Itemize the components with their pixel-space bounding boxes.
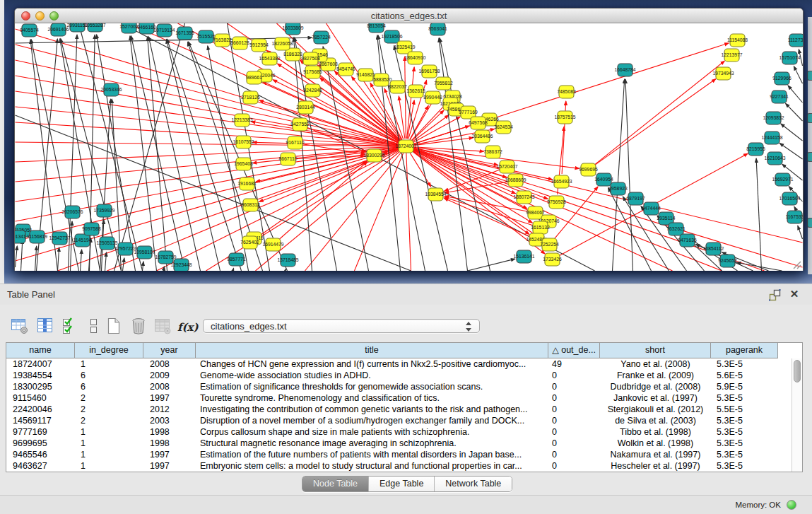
graph-edge[interactable] [58, 247, 59, 271]
graph-node[interactable]: 7632621 [666, 223, 686, 235]
tab-node-table[interactable]: Node Table [302, 477, 369, 491]
table-row[interactable]: 2242004622012Investigating the contribut… [6, 404, 802, 415]
graph-node[interactable]: 9227341 [770, 90, 789, 103]
graph-node[interactable]: 8471636 [678, 234, 697, 247]
graph-edge[interactable] [613, 79, 625, 271]
graph-node[interactable]: 9608312 [241, 199, 260, 211]
graph-node[interactable]: 10688609 [505, 174, 526, 187]
graph-node[interactable]: 17359929 [93, 204, 114, 217]
table-row[interactable]: 1456911722003Disruption of a novel membe… [6, 415, 802, 426]
graph-edge[interactable] [399, 96, 405, 139]
graph-edge[interactable] [798, 226, 803, 239]
graph-node[interactable]: 19734943 [712, 67, 734, 80]
graph-node[interactable]: 9474444 [642, 202, 661, 215]
graph-edge[interactable] [286, 269, 286, 271]
graph-node[interactable]: 13718485 [277, 254, 298, 267]
graph-node[interactable]: 8958923 [608, 182, 628, 195]
float-panel-icon[interactable] [768, 288, 781, 301]
graph-node[interactable]: 1965408 [234, 158, 253, 170]
graph-edge[interactable] [259, 100, 399, 144]
table-scrollbar[interactable] [792, 358, 802, 472]
graph-node[interactable]: 1527002 [119, 23, 139, 33]
graph-node[interactable]: 1916681 [237, 177, 257, 190]
row-checklist-icon[interactable] [60, 316, 80, 336]
graph-edge[interactable] [71, 221, 73, 271]
table-row[interactable]: 946362711997Embryonic stem cells: a mode… [6, 460, 802, 472]
graph-node[interactable]: 7625402 [240, 236, 259, 249]
delete-trash-icon[interactable] [129, 316, 148, 336]
graph-node[interactable]: 11156819 [27, 230, 47, 243]
column-header[interactable]: year [143, 343, 196, 358]
table-row[interactable]: 977716911998Corpus callosum shape and si… [6, 426, 802, 438]
graph-edge[interactable] [167, 39, 241, 271]
graph-edge[interactable] [788, 86, 803, 103]
graph-node[interactable]: 9167110 [286, 136, 305, 149]
graph-node[interactable]: 20364486 [471, 130, 493, 143]
graph-edge[interactable] [16, 246, 18, 267]
graph-node[interactable]: 15720407 [496, 160, 517, 173]
graph-node[interactable]: 391341 [15, 230, 26, 243]
graph-node[interactable]: 16107552 [233, 136, 254, 148]
graph-node[interactable]: 12213383 [231, 114, 252, 127]
graph-node[interactable]: 19384554 [425, 188, 446, 201]
graph-node[interactable]: 1112734 [788, 34, 803, 47]
graph-node[interactable]: 8427552 [290, 118, 310, 131]
graph-node[interactable]: 1167533 [786, 211, 803, 223]
graph-node[interactable]: 12923448 [170, 259, 192, 271]
graph-node[interactable]: 7252254 [540, 238, 559, 251]
graph-edge[interactable] [594, 79, 715, 165]
graph-node[interactable]: 17016504 [779, 192, 800, 205]
graph-edge[interactable] [411, 110, 444, 141]
column-header[interactable]: in_degree [75, 343, 143, 358]
network-svg[interactable]: 9405574206914062093115110553287152700294… [15, 23, 803, 271]
graph-node[interactable]: 1671355 [175, 27, 194, 40]
graph-edge[interactable] [412, 115, 449, 142]
graph-node[interactable]: 18807243 [513, 191, 534, 204]
graph-edge[interactable] [468, 259, 515, 271]
graph-node[interactable]: 16654923 [551, 175, 572, 188]
graph-edge[interactable] [405, 57, 406, 139]
table-row[interactable]: 1872400712008Changes of HCN gene express… [6, 358, 802, 370]
table-settings-icon[interactable] [10, 316, 30, 336]
table-row[interactable]: 946554611997Estimation of the future num… [6, 449, 802, 460]
graph-edge[interactable] [130, 36, 157, 271]
graph-node[interactable]: 10958107 [134, 246, 155, 259]
scrollbar-thumb[interactable] [794, 360, 801, 382]
graph-node[interactable]: 9129966 [772, 72, 792, 85]
graph-node[interactable]: 7955812 [434, 77, 453, 90]
column-visibility-icon[interactable] [35, 316, 55, 336]
graph-edge[interactable] [35, 246, 37, 271]
graph-node[interactable]: 9245652 [718, 255, 737, 267]
graph-node[interactable]: 15136141 [513, 250, 534, 263]
graph-node[interactable]: 12444158 [761, 132, 782, 144]
graph-node[interactable]: 8660128 [230, 37, 249, 49]
graph-node[interactable]: 20691406 [47, 23, 69, 36]
graph-edge[interactable] [594, 61, 724, 165]
graph-node[interactable]: 10854112 [703, 243, 724, 255]
graph-node[interactable]: 7386372 [483, 146, 502, 158]
graph-node[interactable]: 12942737 [49, 232, 70, 245]
graph-node[interactable]: 2803144 [296, 101, 315, 114]
graph-edge[interactable] [406, 146, 411, 271]
graph-node[interactable]: 18724007 [395, 140, 416, 153]
graph-node[interactable]: 16961758 [418, 65, 440, 78]
graph-node[interactable]: 16210643 [764, 152, 785, 165]
graph-node[interactable]: 16033809 [282, 23, 303, 35]
graph-node[interactable]: 9405574 [20, 24, 39, 37]
graph-node[interactable]: 9756928 [547, 196, 566, 209]
graph-node[interactable]: 8215955 [746, 143, 765, 156]
graph-edge[interactable] [81, 250, 82, 271]
table-row[interactable]: 911546021997Tourette syndrome. Phenomeno… [6, 392, 802, 404]
graph-node[interactable]: 9097588 [82, 223, 101, 235]
graph-node[interactable]: 8454749 [336, 63, 355, 76]
graph-edge[interactable] [406, 146, 722, 271]
graph-node[interactable]: 18640910 [404, 52, 425, 64]
graph-node[interactable]: 3624534 [494, 121, 513, 134]
column-header[interactable]: short [600, 343, 711, 358]
stacked-rows-icon[interactable] [84, 316, 104, 336]
graph-node[interactable]: 15692971 [772, 173, 793, 186]
graph-edge[interactable] [143, 262, 144, 271]
table-selector[interactable]: citations_edges.txt [203, 319, 480, 333]
graph-node[interactable]: 15751074 [779, 52, 800, 64]
graph-edge[interactable] [21, 240, 23, 271]
